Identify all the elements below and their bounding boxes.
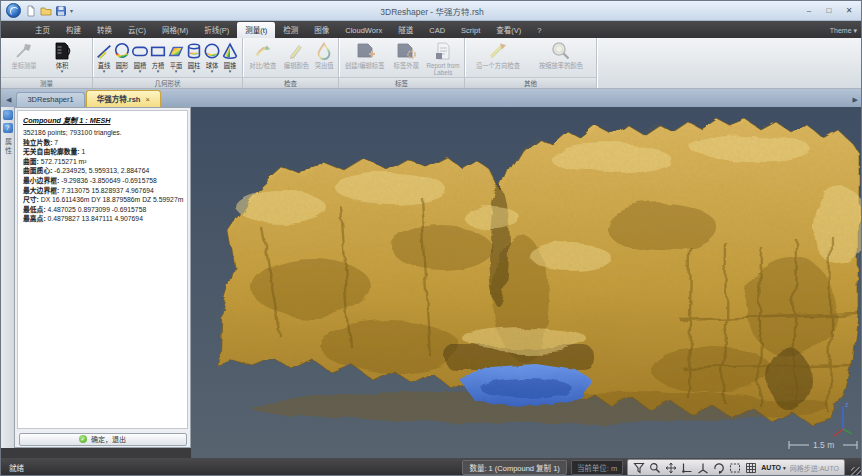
tab-help[interactable]: ? <box>529 24 549 38</box>
tab-transform[interactable]: 转换 <box>89 22 120 38</box>
messages-panel-icon[interactable] <box>3 110 13 120</box>
round-slot-button[interactable]: 圆槽 ▾ <box>131 39 149 74</box>
cone-button[interactable]: 圆锥 ▾ <box>221 39 239 74</box>
property-line: 独立片数: 7 <box>23 138 182 148</box>
properties-panel-tab[interactable]: 属性 <box>3 138 13 156</box>
tab-close-icon[interactable]: × <box>145 95 149 104</box>
rect-slot-button[interactable]: 方槽 ▾ <box>149 39 167 74</box>
volume-button[interactable]: 体积 ▾ <box>45 39 79 74</box>
edit-colors-button[interactable]: 编辑颜色 <box>281 39 313 74</box>
line-icon <box>95 40 113 62</box>
property-line: 最高点: 0.4879827 13.847111 4.907694 <box>23 214 182 224</box>
tab-scroll-right-icon[interactable]: ▶ <box>848 96 862 107</box>
tab-construct[interactable]: 构建 <box>58 22 89 38</box>
edit-colors-icon <box>286 40 306 62</box>
selection-rect-icon[interactable] <box>729 462 741 474</box>
origin-axes-icon[interactable] <box>681 462 693 474</box>
cylinder-icon <box>185 40 203 62</box>
dropdown-caret: ▾ <box>193 69 196 74</box>
rotate-view-icon[interactable] <box>713 462 725 474</box>
tab-image[interactable]: 图像 <box>306 22 337 38</box>
circle-icon <box>113 40 131 62</box>
grid-icon[interactable] <box>745 462 757 474</box>
report-from-labels-button[interactable]: Report from Labels <box>424 39 462 76</box>
properties-panel: Compound 复制 1 : MESH 352186 points; 7931… <box>14 107 191 448</box>
theme-selector[interactable]: Theme ▾ <box>830 27 857 38</box>
dropdown-caret <box>560 69 561 74</box>
close-button[interactable]: ✕ <box>843 6 855 15</box>
minimize-button[interactable]: – <box>803 6 815 15</box>
coordinate-measure-button[interactable]: 坐标测量 <box>3 39 45 74</box>
compare-inspect-button[interactable]: 对比/检查 <box>245 39 281 74</box>
create-edit-labels-button[interactable]: 创建/编辑标签 <box>341 39 388 74</box>
selection-count: 数量: 1 (Compound 复制 1) <box>462 460 566 475</box>
color-scale-button[interactable]: 按缩放率的颜色 <box>529 39 593 74</box>
confirm-exit-button[interactable]: ✓ 确定，退出 <box>19 433 187 446</box>
ribbon-group-inspection: 对比/检查 编辑颜色 突出值 检查 <box>243 38 339 88</box>
window-controls: – □ ✕ <box>803 6 862 15</box>
tab-view[interactable]: 查看(V) <box>488 22 529 38</box>
label-appearance-button[interactable]: 标签外观 <box>388 39 424 74</box>
tab-measure-active[interactable]: 测量(t) <box>237 22 275 38</box>
properties-text: Compound 复制 1 : MESH 352186 points; 7931… <box>17 110 188 429</box>
dropdown-caret: ▾ <box>103 69 106 74</box>
sphere-icon <box>203 40 221 62</box>
group-label-measure: 测量 <box>1 77 92 88</box>
tab-inspect[interactable]: 检测 <box>275 22 306 38</box>
ribbon-group-measure: 坐标测量 体积 ▾ 测量 <box>1 38 93 88</box>
tab-home[interactable]: 主页 <box>27 22 58 38</box>
inspect-along-direction-button[interactable]: 沿一个方向检查 <box>467 39 529 74</box>
dropdown-caret: ▾ <box>211 69 214 74</box>
sphere-button[interactable]: 球体 ▾ <box>203 39 221 74</box>
pan-move-icon[interactable] <box>665 462 677 474</box>
dropdown-caret: ▾ <box>139 69 142 74</box>
tab-scroll-left-icon[interactable]: ◀ <box>1 96 16 107</box>
tab-cloudworx[interactable]: CloudWorx <box>337 24 390 38</box>
ribbon: 坐标测量 体积 ▾ 测量 直线 ▾ 圆形 ▾ <box>1 38 862 89</box>
svg-text:z: z <box>845 401 849 408</box>
status-bar: 就绪 数量: 1 (Compound 复制 1) 当前单位: m AUTO ▾ … <box>1 458 862 476</box>
view-toolbar: AUTO ▾ 网格步进:AUTO <box>627 459 845 476</box>
dropdown-caret <box>262 69 263 74</box>
inspect-along-direction-icon <box>487 40 509 62</box>
dropdown-caret: ▾ <box>157 69 160 74</box>
side-strip: ? 属性 <box>1 107 14 448</box>
resize-grip[interactable] <box>851 467 861 476</box>
property-line: 尺寸: DX 16.611436m DY 18.879586m DZ 5.599… <box>23 195 182 205</box>
help-icon[interactable]: ? <box>3 123 13 133</box>
tab-cad[interactable]: CAD <box>421 24 453 38</box>
3d-axes-icon[interactable] <box>697 462 709 474</box>
plane-icon <box>167 40 185 62</box>
current-unit[interactable]: 当前单位: m <box>571 460 623 475</box>
report-from-labels-icon <box>433 40 453 62</box>
property-line: 最低点: 4.487025 0.8973099 -0.6915758 <box>23 205 182 215</box>
dropdown-caret: ▾ <box>229 69 232 74</box>
doc-tab-active[interactable]: 华强方特.rsh× <box>86 90 161 107</box>
doc-tab-3dreshaper1[interactable]: 3DReshaper1 <box>16 92 84 107</box>
auto-scale-dropdown[interactable]: AUTO ▾ <box>761 464 785 471</box>
tab-script[interactable]: Script <box>453 24 488 38</box>
cylinder-button[interactable]: 圆柱 ▾ <box>185 39 203 74</box>
dropdown-caret <box>296 69 297 74</box>
plane-button[interactable]: 平面 ▾ <box>167 39 185 74</box>
status-ready: 就绪 <box>1 462 24 473</box>
dropdown-caret: ▾ <box>121 69 124 74</box>
circle-button[interactable]: 圆形 ▾ <box>113 39 131 74</box>
zoom-icon[interactable] <box>649 462 661 474</box>
tab-polyline[interactable]: 折线(P) <box>196 22 237 38</box>
tab-cloud[interactable]: 云(C) <box>120 22 154 38</box>
property-line: 最大边界框: 7.313075 15.828937 4.967694 <box>23 186 182 196</box>
dropdown-caret <box>497 69 498 74</box>
dropdown-caret <box>406 69 407 74</box>
dropdown-caret: ▾ <box>175 69 178 74</box>
check-icon: ✓ <box>79 435 87 443</box>
highlight-value-button[interactable]: 突出值 <box>312 39 336 74</box>
group-label-other: 其他 <box>465 77 596 88</box>
filter-icon[interactable] <box>633 462 645 474</box>
tab-tunnel[interactable]: 隧道 <box>390 22 421 38</box>
viewport-3d[interactable]: z 1.5 m <box>191 107 862 458</box>
window-title: 3DReshaper - 华强方特.rsh <box>1 5 862 17</box>
line-button[interactable]: 直线 ▾ <box>95 39 113 74</box>
tab-mesh[interactable]: 网格(M) <box>154 22 196 38</box>
maximize-button[interactable]: □ <box>823 6 835 15</box>
